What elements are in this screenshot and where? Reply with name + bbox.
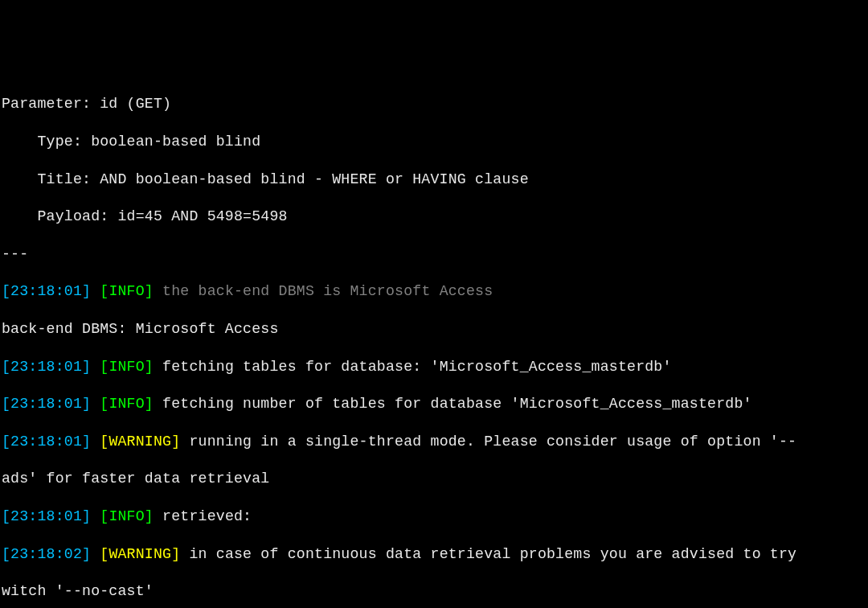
log-line: [23:18:01] [INFO] retrieved: [2,507,868,526]
log-message: fetching number of tables for database '… [154,396,752,412]
timestamp: [23:18:01] [2,396,91,412]
log-line: [23:18:01] [INFO] fetching number of tab… [2,395,868,413]
log-line: [23:18:01] [INFO] fetching tables for da… [2,358,868,376]
timestamp: [23:18:01] [2,508,91,524]
log-message: retrieved: [154,508,260,524]
log-message: the back-end DBMS is Microsoft Access [154,283,493,299]
separator: --- [2,245,868,264]
level-warning: [WARNING] [100,433,180,450]
param-payload: Payload: id=45 AND 5498=5498 [2,207,868,226]
log-message: in case of continuous data retrieval pro… [180,546,796,562]
level-info: [INFO] [100,396,154,412]
log-message: running in a single-thread mode. Please … [180,433,796,450]
log-line: [23:18:01] [INFO] the back-end DBMS is M… [2,282,868,301]
timestamp: [23:18:02] [2,546,91,562]
param-type: Type: boolean-based blind [2,133,868,151]
log-continuation: witch '--no-cast' [2,582,868,601]
log-continuation: ads' for faster data retrieval [2,470,868,488]
timestamp: [23:18:01] [2,359,91,375]
level-info: [INFO] [100,508,154,524]
param-title: Title: AND boolean-based blind - WHERE o… [2,170,868,189]
level-info: [INFO] [100,359,154,375]
level-info: [INFO] [100,283,154,299]
terminal-output: Parameter: id (GET) Type: boolean-based … [0,75,868,608]
log-message: fetching tables for database: 'Microsoft… [154,359,672,375]
log-line: [23:18:02] [WARNING] in case of continuo… [2,545,868,564]
backend-dbms: back-end DBMS: Microsoft Access [2,320,868,339]
level-warning: [WARNING] [100,546,180,562]
timestamp: [23:18:01] [2,433,91,450]
param-header: Parameter: id (GET) [2,95,868,113]
timestamp: [23:18:01] [2,283,91,299]
log-line: [23:18:01] [WARNING] running in a single… [2,433,868,451]
